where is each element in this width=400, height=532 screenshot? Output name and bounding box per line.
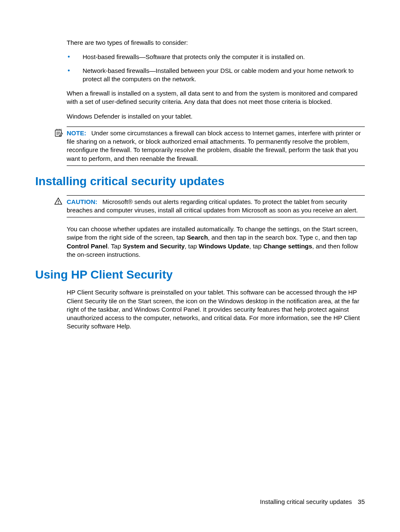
note-body: Under some circumstances a firewall can …	[67, 129, 361, 162]
list-item-text: Network-based firewalls—Installed betwee…	[83, 67, 353, 83]
note-icon	[54, 129, 63, 138]
page-footer: Installing critical security updates35	[260, 498, 365, 506]
footer-page-number: 35	[358, 498, 365, 505]
caution-label: CAUTION:	[67, 198, 97, 205]
bold-control-panel: Control Panel	[67, 243, 108, 250]
intro-paragraph: There are two types of firewalls to cons…	[67, 39, 365, 47]
section1-body: CAUTION:Microsoft® sends out alerts rega…	[67, 195, 365, 259]
code-char: c	[315, 235, 318, 241]
list-item: Host-based firewalls—Software that prote…	[67, 53, 365, 61]
section-heading-hp-client-security: Using HP Client Security	[35, 267, 365, 283]
note-text-block: NOTE:Under some circumstances a firewall…	[67, 129, 365, 163]
caution-callout: CAUTION:Microsoft® sends out alerts rega…	[67, 195, 365, 218]
note-label: NOTE:	[67, 129, 86, 137]
footer-section-title: Installing critical security updates	[260, 498, 352, 505]
page-content: There are two types of firewalls to cons…	[0, 0, 400, 358]
text-fragment: , tap	[185, 243, 199, 250]
body-section: There are two types of firewalls to cons…	[67, 39, 365, 166]
list-item: Network-based firewalls—Installed betwee…	[67, 67, 365, 84]
bold-system-security: System and Security	[123, 243, 185, 250]
section-heading-installing-updates: Installing critical security updates	[35, 173, 365, 189]
text-fragment: , tap	[249, 243, 263, 250]
note-callout: NOTE:Under some circumstances a firewall…	[67, 127, 365, 166]
firewall-types-list: Host-based firewalls—Software that prote…	[67, 53, 365, 83]
bold-windows-update: Windows Update	[199, 243, 249, 250]
bold-search: Search	[187, 234, 208, 241]
caution-text-block: CAUTION:Microsoft® sends out alerts rega…	[67, 198, 365, 215]
svg-point-2	[58, 203, 59, 204]
defender-paragraph: Windows Defender is installed on your ta…	[67, 112, 365, 121]
caution-icon	[54, 197, 63, 207]
text-fragment: , and then tap	[318, 234, 357, 241]
section2-body: HP Client Security software is preinstal…	[67, 288, 365, 331]
caution-body: Microsoft® sends out alerts regarding cr…	[67, 198, 358, 214]
bold-change-settings: Change settings	[263, 243, 312, 250]
hp-client-paragraph: HP Client Security software is preinstal…	[67, 288, 365, 331]
text-fragment: . Tap	[108, 243, 123, 250]
auto-updates-paragraph: You can choose whether updates are insta…	[67, 225, 365, 259]
list-item-text: Host-based firewalls—Software that prote…	[83, 53, 305, 60]
firewall-monitor-paragraph: When a firewall is installed on a system…	[67, 89, 365, 106]
text-fragment: , and then tap in the search box. Type	[208, 234, 315, 241]
